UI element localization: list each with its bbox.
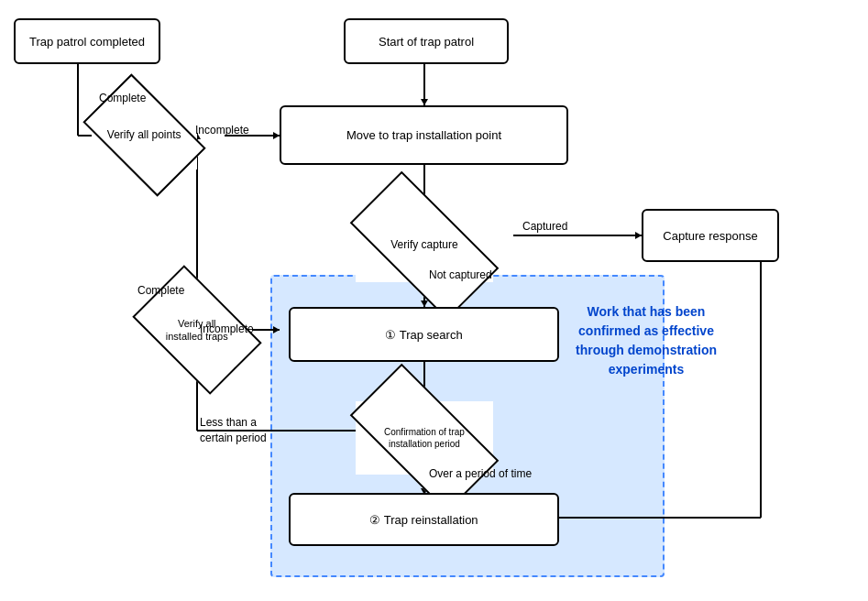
trap-patrol-completed-label: Trap patrol completed [29,35,145,49]
blue-effectiveness-text: Work that has been confirmed as effectiv… [564,302,729,379]
verify-all-points-label: Verify all points [107,128,181,143]
label-less-than-period: Less than acertain period [200,415,267,446]
label-not-captured: Not captured [429,268,492,281]
verify-capture-label: Verify capture [390,238,457,253]
trap-reinstallation-node: ② Trap reinstallation [289,493,559,546]
trap-search-node: ① Trap search [289,307,559,362]
label-complete1: Complete [99,92,146,104]
capture-response-label: Capture response [663,229,757,243]
start-trap-patrol-label: Start of trap patrol [379,35,474,49]
flowchart-diagram: Start of trap patrol Move to trap instal… [0,0,868,601]
label-complete2: Complete [137,284,184,297]
label-over-period: Over a period of time [429,467,532,480]
label-captured: Captured [522,220,567,233]
confirm-trap-period-node: Confirmation of trapinstallation period [356,401,493,475]
svg-marker-1 [421,99,428,105]
capture-response-node: Capture response [642,209,779,262]
svg-marker-21 [273,132,280,139]
move-to-trap-label: Move to trap installation point [346,128,501,142]
confirm-trap-period-label: Confirmation of trapinstallation period [384,426,465,450]
trap-patrol-completed-node: Trap patrol completed [14,18,160,64]
label-incomplete2: Incomplete [200,322,254,335]
trap-reinstallation-label: ② Trap reinstallation [369,513,478,527]
verify-all-points-node: Verify all points [92,101,197,169]
label-incomplete1: Incomplete [195,124,249,137]
start-trap-patrol-node: Start of trap patrol [344,18,509,64]
svg-marker-5 [635,232,642,239]
trap-search-label: ① Trap search [385,328,462,342]
move-to-trap-node: Move to trap installation point [280,105,568,165]
